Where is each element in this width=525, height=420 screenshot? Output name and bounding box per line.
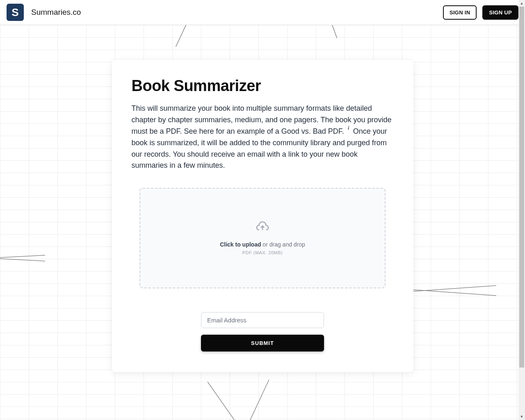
info-icon[interactable]: i [346, 126, 351, 130]
scrollbar[interactable]: ▲ ▼ [518, 0, 525, 420]
header-left: S Summaries.co [7, 4, 81, 21]
page-title: Book Summarizer [132, 77, 394, 95]
scrollbar-down-icon[interactable]: ▼ [518, 413, 525, 420]
upload-text-bold: Click to upload [220, 241, 261, 248]
file-dropzone[interactable]: Click to upload or drag and drop PDF (MA… [139, 188, 386, 288]
brand-name[interactable]: Summaries.co [31, 8, 81, 17]
logo-letter: S [11, 6, 18, 19]
sign-up-button[interactable]: SIGN UP [482, 5, 518, 20]
scrollbar-up-icon[interactable]: ▲ [518, 0, 525, 7]
scrollbar-thumb[interactable] [519, 7, 524, 368]
header-right: SIGN IN SIGN UP [443, 5, 518, 20]
main-card: Book Summarizer This will summarize your… [112, 60, 413, 372]
header: S Summaries.co SIGN IN SIGN UP [0, 0, 525, 25]
cloud-upload-icon [256, 221, 269, 234]
sign-in-button[interactable]: SIGN IN [443, 5, 477, 20]
upload-text-rest: or drag and drop [261, 241, 305, 248]
description-part1: This will summarize your book into multi… [132, 104, 392, 135]
submit-button[interactable]: SUBMIT [201, 335, 324, 352]
upload-hint: PDF (MAX. 20MB) [242, 250, 283, 255]
description: This will summarize your book into multi… [132, 103, 394, 171]
logo[interactable]: S [7, 4, 24, 21]
upload-text: Click to upload or drag and drop [220, 241, 305, 248]
email-field[interactable] [201, 312, 324, 328]
